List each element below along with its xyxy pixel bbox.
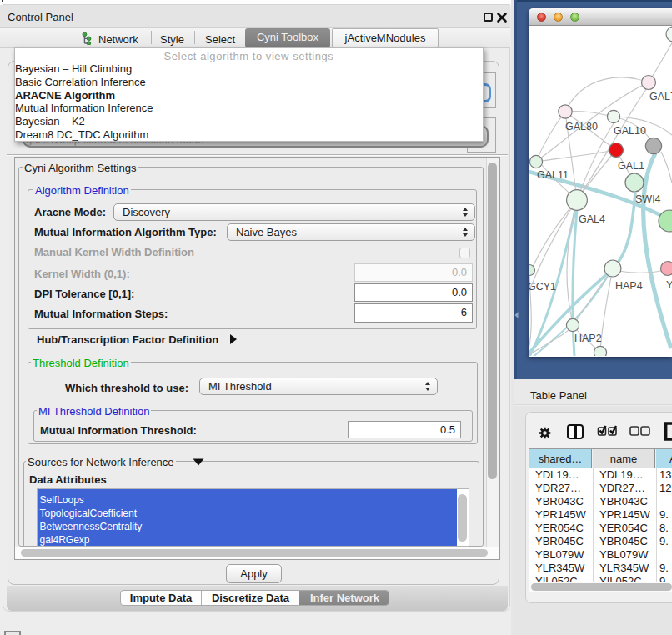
svg-text:GCY1: GCY1 (529, 281, 556, 292)
svg-text:HAP4: HAP4 (615, 280, 643, 292)
svg-text:GAL4: GAL4 (579, 213, 605, 225)
svg-text:YB: YB (666, 279, 672, 291)
svg-text:HAP2: HAP2 (574, 332, 602, 344)
svg-text:GAL7: GAL7 (649, 91, 672, 102)
svg-text:GAL1: GAL1 (618, 160, 644, 172)
svg-text:GAL80: GAL80 (565, 121, 598, 132)
svg-text:SWI4: SWI4 (635, 193, 661, 205)
svg-text:GAL11: GAL11 (537, 169, 569, 181)
svg-text:GAL10: GAL10 (614, 125, 646, 137)
